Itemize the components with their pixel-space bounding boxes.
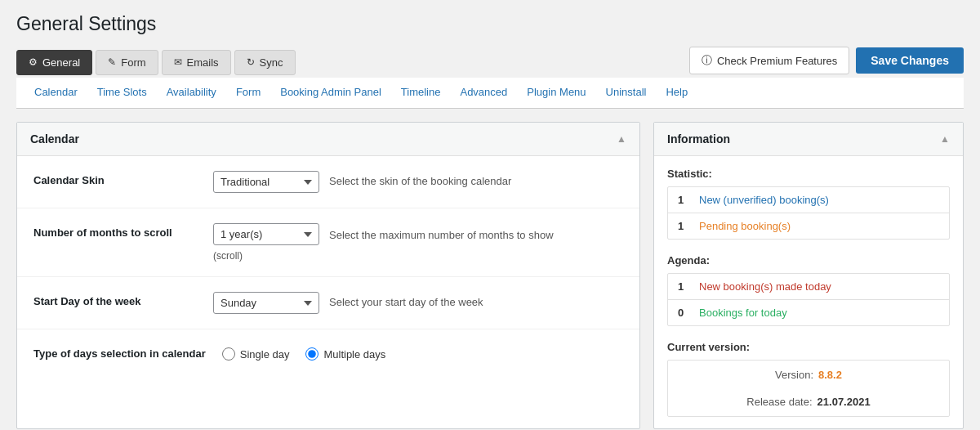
agenda-num-1: 0 [678, 307, 691, 319]
tab-form-label: Form [121, 56, 145, 69]
tab-general[interactable]: ⚙ General [16, 50, 92, 75]
agenda-title: Agenda: [667, 254, 950, 267]
top-tabs: ⚙ General ✎ Form ✉ Emails ↻ Sync [16, 50, 296, 75]
version-title: Current version: [667, 341, 950, 353]
statistic-title: Statistic: [667, 168, 950, 180]
tab-sync-label: Sync [260, 56, 283, 69]
gear-icon: ⚙ [29, 56, 38, 68]
info-panel-header: Information ▲ [654, 123, 963, 156]
tab-general-label: General [42, 56, 80, 69]
months-scroll-control: 1 year(s) 6 months 3 months 1 month Sele… [213, 223, 623, 262]
version-row-1: Release date: 21.07.2021 [670, 389, 947, 414]
statistic-row-0: 1 New (unverified) booking(s) [668, 187, 949, 213]
months-scroll-description: Select the maximum number of months to s… [329, 225, 554, 243]
calendar-panel-title: Calendar [30, 132, 79, 146]
version-table: Version: 8.8.2 Release date: 21.07.2021 [667, 360, 950, 417]
subnav-booking-admin-panel[interactable]: Booking Admin Panel [270, 78, 391, 108]
months-scroll-label: Number of months to scroll [33, 223, 197, 239]
days-selection-radio-group: Single day Multiple days [222, 344, 386, 361]
version-label-0: Version: [775, 369, 813, 381]
info-circle-icon: ⓘ [702, 53, 712, 68]
email-icon: ✉ [174, 56, 182, 68]
save-changes-button[interactable]: Save Changes [856, 47, 964, 74]
version-row-version: Version: 8.8.2 [670, 362, 947, 387]
premium-button-label: Check Premium Features [717, 55, 837, 67]
agenda-row-0: 1 New booking(s) made today [668, 274, 949, 300]
tab-emails[interactable]: ✉ Emails [162, 50, 231, 75]
subnav-form[interactable]: Form [226, 78, 270, 108]
radio-single-day-label: Single day [240, 348, 290, 361]
calendar-skin-description: Select the skin of the booking calendar [329, 171, 511, 189]
check-premium-button[interactable]: ⓘ Check Premium Features [689, 47, 849, 74]
subnav-plugin-menu[interactable]: Plugin Menu [517, 78, 595, 108]
agenda-link-1[interactable]: Bookings for today [699, 307, 787, 319]
statistic-table: 1 New (unverified) booking(s) 1 Pending … [667, 186, 950, 240]
radio-single-day-input[interactable] [222, 347, 235, 361]
form-icon: ✎ [108, 56, 116, 68]
subnav-uninstall[interactable]: Uninstall [596, 78, 657, 108]
subnav-availability[interactable]: Availability [157, 78, 226, 108]
statistic-num-0: 1 [678, 194, 691, 206]
tab-emails-label: Emails [187, 56, 219, 69]
subnav-calendar[interactable]: Calendar [24, 78, 87, 108]
version-value-1: 21.07.2021 [817, 396, 871, 408]
version-row-release: Release date: 21.07.2021 [670, 389, 947, 414]
version-row-0: Version: 8.8.2 [670, 362, 947, 387]
version-label-1: Release date: [746, 396, 812, 408]
start-day-select[interactable]: Sunday Monday Saturday [213, 292, 319, 314]
months-scroll-select[interactable]: 1 year(s) 6 months 3 months 1 month [213, 223, 319, 245]
info-panel-title: Information [667, 132, 730, 146]
statistic-row-1: 1 Pending booking(s) [668, 213, 949, 239]
subnav-advanced[interactable]: Advanced [450, 78, 517, 108]
subnav-timeline[interactable]: Timeline [391, 78, 451, 108]
version-value-0: 8.8.2 [818, 369, 842, 381]
info-collapse-icon[interactable]: ▲ [940, 133, 950, 145]
calendar-skin-label: Calendar Skin [33, 171, 197, 186]
setting-row-days-selection: Type of days selection in calendar Singl… [17, 329, 639, 375]
calendar-settings-panel: Calendar ▲ Calendar Skin Traditional Cla… [16, 122, 640, 429]
subnav-help[interactable]: Help [656, 78, 697, 108]
days-selection-control: Single day Multiple days [222, 344, 623, 361]
radio-single-day[interactable]: Single day [222, 347, 290, 361]
sub-navigation: Calendar Time Slots Availability Form Bo… [16, 78, 964, 109]
radio-multiple-days[interactable]: Multiple days [305, 347, 385, 361]
setting-row-start-day: Start Day of the week Sunday Monday Satu… [17, 277, 639, 329]
months-scroll-description2: (scroll) [213, 250, 243, 262]
days-selection-label: Type of days selection in calendar [33, 344, 206, 360]
version-section: Current version: Version: 8.8.2 Release … [654, 338, 963, 428]
subnav-timeslots[interactable]: Time Slots [87, 78, 157, 108]
statistic-link-0[interactable]: New (unverified) booking(s) [699, 194, 829, 206]
setting-row-calendar-skin: Calendar Skin Traditional Classic Modern… [17, 156, 639, 208]
start-day-description: Select your start day of the week [329, 292, 483, 310]
start-day-control: Sunday Monday Saturday Select your start… [213, 292, 623, 314]
agenda-table: 1 New booking(s) made today 0 Bookings f… [667, 273, 950, 326]
calendar-skin-control: Traditional Classic Modern Select the sk… [213, 171, 623, 193]
sync-icon: ↻ [247, 56, 255, 68]
collapse-icon[interactable]: ▲ [617, 133, 626, 145]
agenda-section: Agenda: 1 New booking(s) made today 0 Bo… [654, 251, 963, 338]
page-title: General Settings [16, 13, 964, 35]
radio-multiple-days-label: Multiple days [323, 348, 385, 361]
agenda-num-0: 1 [678, 280, 691, 293]
calendar-panel-header: Calendar ▲ [17, 123, 639, 156]
tab-form[interactable]: ✎ Form [96, 50, 158, 75]
radio-multiple-days-input[interactable] [305, 347, 318, 361]
statistic-section: Statistic: 1 New (unverified) booking(s)… [654, 156, 963, 251]
statistic-link-1[interactable]: Pending booking(s) [699, 220, 791, 232]
agenda-link-0[interactable]: New booking(s) made today [699, 280, 831, 293]
tab-sync[interactable]: ↻ Sync [234, 50, 296, 75]
start-day-label: Start Day of the week [33, 292, 197, 307]
setting-row-months-scroll: Number of months to scroll 1 year(s) 6 m… [17, 208, 639, 277]
calendar-skin-select[interactable]: Traditional Classic Modern [213, 171, 319, 193]
statistic-num-1: 1 [678, 220, 691, 232]
agenda-row-1: 0 Bookings for today [668, 300, 949, 325]
information-panel: Information ▲ Statistic: 1 New (unverifi… [653, 122, 964, 429]
